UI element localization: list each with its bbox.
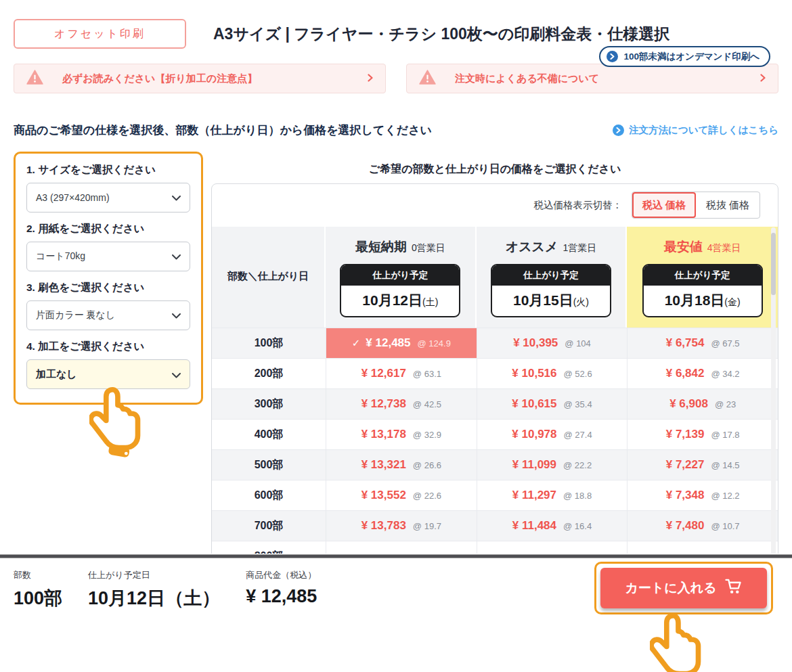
column-days: 1営業日: [563, 242, 596, 253]
summary-finish-date-label: 仕上がり予定日: [88, 569, 220, 581]
main-content: 1. サイズをご選択ください A3 (297×420mm) 2. 用紙をご選択く…: [14, 152, 778, 572]
price-cell[interactable]: ¥ 6,842@ 34.2: [627, 359, 778, 388]
price-value: ¥ 12,738: [361, 397, 406, 411]
finish-date-card-label: 仕上がり予定: [644, 265, 762, 286]
price-cell[interactable]: ¥ 11,099@ 22.2: [477, 450, 628, 480]
finish-date-card-label: 仕上がり予定: [492, 265, 610, 286]
scrollbar-thumb[interactable]: [771, 233, 776, 295]
price-cell[interactable]: ¥ 6,908@ 23: [627, 389, 778, 419]
order-method-link[interactable]: 注文方法について詳しくはこちら: [613, 124, 778, 137]
notice-folding-caution[interactable]: 必ずお読みください【折り加工の注意点】: [14, 64, 386, 93]
price-value: ¥ 11,297: [512, 489, 556, 502]
unit-price: @ 23: [715, 399, 736, 409]
finish-weekday: (火): [573, 296, 589, 307]
offset-print-category-button[interactable]: オフセット印刷: [14, 19, 186, 49]
table-row: 400部 ¥ 13,178@ 32.9 ¥ 10,978@ 27.4 ¥ 7,1…: [212, 419, 778, 449]
price-cell[interactable]: ¥ 10,615@ 35.4: [477, 389, 628, 419]
chevron-down-icon: [172, 369, 181, 380]
price-cell[interactable]: ¥ 11,484@ 16.4: [477, 511, 628, 541]
notice-label: 必ずお読みください【折り加工の注意点】: [62, 72, 368, 85]
price-table-area: ご希望の部数と仕上がり日の価格をご選択ください 税込価格表示切替： 税込 価格 …: [211, 152, 778, 572]
price-cell[interactable]: ¥ 7,139@ 17.8: [627, 420, 778, 449]
table-row: 700部 ¥ 13,783@ 19.7 ¥ 11,484@ 16.4 ¥ 7,4…: [212, 510, 778, 541]
unit-price: @ 124.9: [418, 338, 451, 349]
column-header-recommended: オススメ1営業日 仕上がり予定 10月15日(火): [477, 227, 628, 328]
summary-price-label: 商品代金（税込）: [246, 569, 317, 581]
summary-quantity: 部数 100部: [14, 569, 62, 610]
price-cell[interactable]: ¥ 10,516@ 52.6: [477, 359, 628, 388]
finish-date-card: 仕上がり予定 10月15日(火): [491, 264, 611, 317]
price-value: ¥ 12,485: [366, 336, 410, 350]
price-value: ¥ 6,842: [666, 367, 705, 380]
hand-pointer-icon: [650, 612, 705, 672]
finishing-select[interactable]: 加工なし: [26, 359, 190, 389]
unit-price: @ 67.5: [711, 338, 739, 349]
unit-price: @ 32.9: [413, 430, 441, 440]
footer-divider: [0, 554, 792, 558]
price-value: ¥ 13,178: [361, 428, 406, 441]
notice-order-defects[interactable]: 注文時によくある不備について: [406, 64, 778, 93]
instruction-row: 商品のご希望の仕様を選択後、部数（仕上がり日）から価格を選択してください 注文方…: [14, 122, 778, 138]
table-scrollbar[interactable]: [771, 227, 776, 568]
price-value: ¥ 10,615: [512, 397, 556, 411]
price-value: ¥ 13,783: [361, 519, 406, 533]
summary-quantity-value: 100部: [14, 586, 62, 610]
ondemand-print-link[interactable]: 100部未満はオンデマンド印刷へ: [599, 46, 770, 67]
cart-icon: [725, 579, 743, 598]
column-header-fastest: 最短納期0営業日 仕上がり予定 10月12日(土): [326, 227, 477, 328]
unit-price: @ 22.6: [413, 491, 441, 501]
price-value: ¥ 10,395: [513, 336, 558, 350]
price-cell[interactable]: ¥ 7,227@ 14.5: [627, 450, 778, 480]
price-cell[interactable]: ¥ 11,297@ 18.8: [477, 480, 628, 510]
price-value: ¥ 10,516: [512, 367, 556, 380]
sticky-summary-footer: 部数 100部 仕上がり予定日 10月12日（土） 商品代金（税込） ¥ 12,…: [0, 554, 792, 672]
price-cell[interactable]: ¥ 7,480@ 10.7: [627, 511, 778, 541]
unit-price: @ 104: [565, 338, 591, 349]
price-cell[interactable]: ¥ 12,738@ 42.5: [326, 389, 477, 419]
price-cell[interactable]: ¥ 7,348@ 12.2: [627, 480, 778, 510]
price-cell[interactable]: ¥ 12,617@ 63.1: [326, 359, 477, 388]
price-cell[interactable]: ¥ 10,395 @ 104: [477, 328, 628, 358]
price-cell-selected[interactable]: ✓ ¥ 12,485 @ 124.9: [326, 328, 477, 358]
tax-included-option[interactable]: 税込 価格: [632, 192, 696, 218]
price-cell[interactable]: ¥ 13,552@ 22.6: [326, 480, 477, 510]
size-select[interactable]: A3 (297×420mm): [26, 183, 190, 212]
tax-excluded-option[interactable]: 税抜 価格: [696, 192, 760, 218]
spec-group-finishing: 4. 加工をご選択ください 加工なし: [26, 340, 190, 389]
paper-select[interactable]: コート70kg: [26, 242, 190, 271]
price-cell[interactable]: ¥ 13,321@ 26.6: [326, 450, 477, 480]
unit-price: @ 16.4: [563, 521, 592, 531]
table-header-row: 部数＼仕上がり日 最短納期0営業日 仕上がり予定 10月12日(土) オススメ1…: [212, 227, 778, 328]
chevron-down-icon: [172, 192, 181, 203]
column-days: 4営業日: [707, 242, 741, 253]
spec-group-paper: 2. 用紙をご選択ください コート70kg: [26, 222, 190, 271]
spec-selection-wrap: 1. サイズをご選択ください A3 (297×420mm) 2. 用紙をご選択く…: [14, 152, 203, 405]
column-days: 0営業日: [412, 242, 445, 253]
price-cell[interactable]: ¥ 6,754 @ 67.5: [627, 328, 778, 358]
price-table-box: 税込価格表示切替： 税込 価格 税抜 価格 部数＼仕上がり日 最短納期0営業日 …: [211, 183, 778, 572]
price-cell[interactable]: ¥ 13,783@ 19.7: [326, 511, 477, 541]
warning-icon: [419, 70, 436, 87]
finish-date: 10月15日: [513, 292, 573, 308]
unit-price: @ 26.6: [413, 460, 441, 470]
arrow-circle-icon: [613, 125, 624, 136]
unit-price: @ 35.4: [564, 399, 592, 409]
quantity-cell: 600部: [212, 480, 326, 510]
notice-banners: 必ずお読みください【折り加工の注意点】 注文時によくある不備について: [14, 64, 778, 93]
finish-date-card: 仕上がり予定 10月18日(金): [642, 264, 763, 317]
unit-price: @ 18.8: [563, 491, 592, 501]
finish-weekday: (金): [724, 296, 740, 307]
add-to-cart-button[interactable]: カートに入れる: [600, 568, 767, 608]
spec-label: 1. サイズをご選択ください: [26, 163, 190, 177]
price-cell[interactable]: ¥ 13,178@ 32.9: [326, 420, 477, 449]
table-row: 300部 ¥ 12,738@ 42.5 ¥ 10,615@ 35.4 ¥ 6,9…: [212, 388, 778, 419]
cart-zone: カートに入れる: [594, 562, 773, 614]
summary-price-value: ¥ 12,485: [246, 586, 317, 607]
summary-price: 商品代金（税込） ¥ 12,485: [246, 569, 317, 607]
price-table-title: ご希望の部数と仕上がり日の価格をご選択ください: [211, 162, 778, 177]
spec-label: 3. 刷色をご選択ください: [26, 281, 190, 295]
chevron-right-icon: [760, 72, 766, 85]
price-cell[interactable]: ¥ 10,978@ 27.4: [477, 420, 628, 449]
price-value: ¥ 11,484: [512, 519, 556, 533]
print-color-select[interactable]: 片面カラー 裏なし: [26, 300, 190, 330]
